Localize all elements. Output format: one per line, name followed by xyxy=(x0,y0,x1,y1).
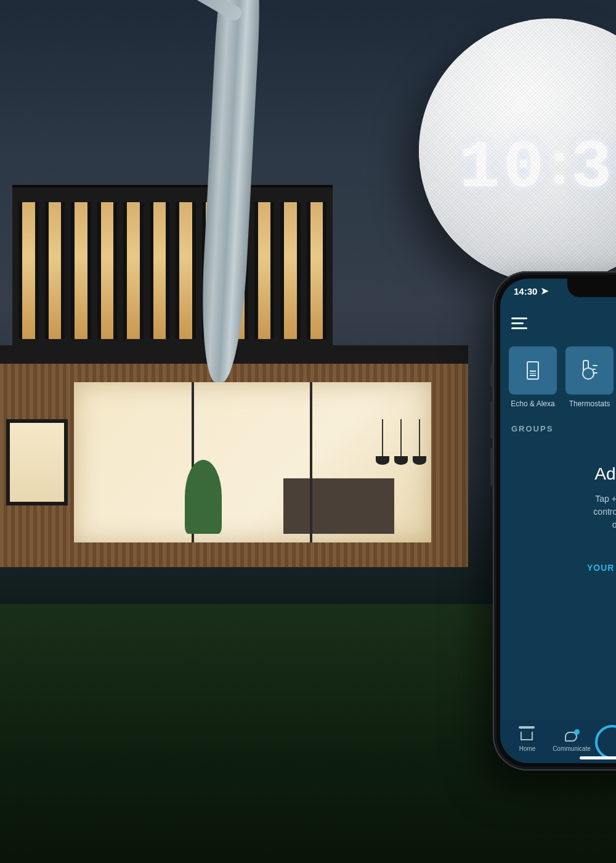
volume-up-button xyxy=(490,401,493,439)
tree xyxy=(148,0,308,382)
echo-clock: 10 35 xyxy=(459,129,616,207)
device-category-row: Echo & Alexa Thermostats xyxy=(500,338,616,413)
groups-empty-state: Add G Tap + to add control multip onc xyxy=(500,437,616,539)
thermostat-icon xyxy=(582,360,598,381)
home-icon xyxy=(521,732,533,740)
home-indicator[interactable] xyxy=(580,756,616,759)
app-header: DEVI xyxy=(500,308,616,338)
smart-home-link[interactable]: YOUR SMART xyxy=(500,539,616,597)
card-thermostats[interactable]: Thermostats xyxy=(565,346,614,408)
groups-section-label: GROUPS xyxy=(500,413,616,437)
phone-notch xyxy=(567,279,616,297)
status-clock: 14:30 xyxy=(514,286,537,297)
volume-down-button xyxy=(490,448,493,486)
groups-subtitle: Tap + to add control multip onc xyxy=(515,493,616,531)
tab-label: Home xyxy=(519,745,536,752)
tab-communicate[interactable]: Communicate xyxy=(549,732,594,752)
menu-icon[interactable] xyxy=(511,317,527,329)
mute-switch xyxy=(490,364,493,387)
status-time: 14:30 ➤ xyxy=(514,285,549,297)
clock-minutes: 35 xyxy=(571,129,616,207)
smart-home-link-label: YOUR SMART xyxy=(587,563,616,573)
alexa-voice-button[interactable] xyxy=(595,725,616,759)
card-label: Thermostats xyxy=(569,399,610,408)
groups-title: Add G xyxy=(515,464,616,484)
tab-label: Communicate xyxy=(553,745,591,752)
card-echo-alexa[interactable]: Echo & Alexa xyxy=(509,346,557,408)
notification-dot-icon xyxy=(574,729,580,735)
card-label: Echo & Alexa xyxy=(511,399,554,408)
clock-hours: 10 xyxy=(459,129,548,207)
phone-screen: 14:30 ➤ DEVI Echo & Alexa xyxy=(500,279,616,763)
alexa-app: DEVI Echo & Alexa Thermostats GROUPS xyxy=(500,279,616,763)
phone-frame: 14:30 ➤ DEVI Echo & Alexa xyxy=(493,271,616,771)
echo-icon xyxy=(527,361,539,380)
tab-home[interactable]: Home xyxy=(505,732,549,752)
clock-colon xyxy=(555,153,564,184)
location-icon: ➤ xyxy=(541,285,549,297)
